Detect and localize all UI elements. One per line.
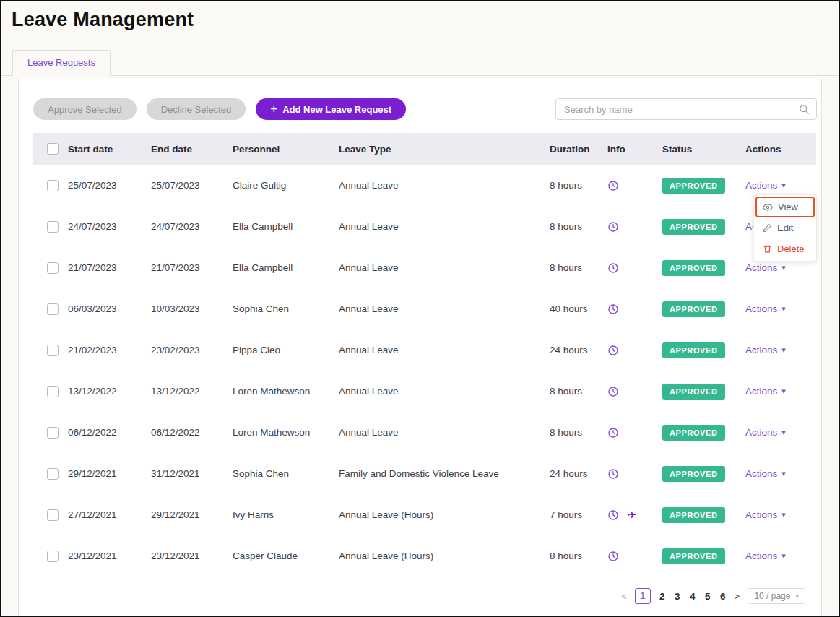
status-badge: APPROVED <box>662 384 725 400</box>
table-row: 27/12/2021 29/12/2021 Ivy Harris Annual … <box>33 494 816 535</box>
row-checkbox[interactable] <box>47 386 59 397</box>
clock-icon[interactable] <box>607 262 619 274</box>
table-row: 06/03/2023 10/03/2023 Sophia Chen Annual… <box>33 288 816 329</box>
cell-end-date: 31/12/2021 <box>151 453 233 494</box>
dropdown-item-edit[interactable]: Edit <box>755 217 815 238</box>
page: { "header": { "title": "Leave Management… <box>0 0 840 617</box>
add-leave-request-label: Add New Leave Request <box>282 104 391 115</box>
actions-link[interactable]: Actions ▾ <box>745 345 786 355</box>
toolbar: Approve Selected Decline Selected + Add … <box>19 79 821 131</box>
clock-icon[interactable] <box>607 509 619 521</box>
page-number-5[interactable]: 5 <box>704 591 711 602</box>
cell-end-date: 25/07/2023 <box>151 165 233 206</box>
clock-icon[interactable] <box>607 427 619 439</box>
row-checkbox[interactable] <box>47 509 59 521</box>
chevron-down-icon: ▾ <box>781 345 786 355</box>
col-start-date: Start date <box>68 133 151 165</box>
cell-leave-type: Annual Leave (Hours) <box>339 494 550 535</box>
cell-end-date: 06/12/2022 <box>151 412 233 453</box>
prev-page-button[interactable]: < <box>621 591 627 602</box>
actions-link[interactable]: Actions ▾ <box>745 509 786 520</box>
cell-personnel: Ella Campbell <box>233 247 339 288</box>
actions-dropdown: View Edit Delete <box>753 194 817 262</box>
search-box <box>555 98 817 120</box>
table-row: 06/12/2022 06/12/2022 Loren Mathewson An… <box>33 412 816 453</box>
add-leave-request-button[interactable]: + Add New Leave Request <box>256 98 406 120</box>
col-info: Info <box>607 133 662 165</box>
page-number-1[interactable]: 1 <box>635 588 651 604</box>
cell-leave-type: Annual Leave <box>339 247 550 288</box>
col-checkbox <box>33 133 68 165</box>
page-size-select[interactable]: 10 / page ▾ <box>748 588 805 604</box>
chevron-down-icon: ▾ <box>781 181 786 190</box>
page-number-2[interactable]: 2 <box>659 591 666 602</box>
page-number-6[interactable]: 6 <box>719 591 727 602</box>
next-page-button[interactable]: > <box>735 591 740 602</box>
cell-personnel: Casper Claude <box>233 535 339 577</box>
row-checkbox[interactable] <box>47 303 59 315</box>
actions-link-label: Actions <box>745 468 777 479</box>
actions-link[interactable]: Actions ▾ <box>745 468 786 479</box>
clock-icon[interactable] <box>607 303 619 315</box>
actions-link[interactable]: Actions ▾ <box>745 386 786 397</box>
chevron-down-icon: ▾ <box>781 510 786 519</box>
row-checkbox[interactable] <box>47 180 59 191</box>
cell-personnel: Loren Mathewson <box>233 371 339 412</box>
row-checkbox[interactable] <box>47 262 59 274</box>
page-numbers: 123456 <box>635 588 727 604</box>
cell-leave-type: Annual Leave <box>339 412 550 453</box>
cell-leave-type: Annual Leave <box>339 371 550 412</box>
page-size-value: 10 / page <box>754 591 790 601</box>
plane-icon[interactable]: ✈ <box>628 509 637 521</box>
col-actions: Actions <box>745 133 816 165</box>
decline-selected-button[interactable]: Decline Selected <box>147 98 246 120</box>
page-number-4[interactable]: 4 <box>689 591 696 602</box>
cell-leave-type: Annual Leave (Hours) <box>339 535 550 577</box>
cell-duration: 8 hours <box>550 371 607 412</box>
cell-start-date: 29/12/2021 <box>68 453 151 494</box>
clock-icon[interactable] <box>607 221 619 233</box>
clock-icon[interactable] <box>607 551 619 562</box>
actions-link[interactable]: Actions ▾ <box>745 262 786 273</box>
tab-bar: Leave Requests <box>1 50 839 76</box>
cell-personnel: Sophia Chen <box>233 453 339 494</box>
actions-link[interactable]: Actions ▾ <box>745 303 786 314</box>
dropdown-item-view[interactable]: View <box>755 197 815 217</box>
actions-link-label: Actions <box>745 551 777 561</box>
cell-leave-type: Annual Leave <box>339 329 550 371</box>
leave-table: Start date End date Personnel Leave Type… <box>33 133 816 577</box>
col-status: Status <box>662 133 745 165</box>
clock-icon[interactable] <box>607 345 619 356</box>
row-checkbox[interactable] <box>47 427 59 439</box>
table-row: 13/12/2022 13/12/2022 Loren Mathewson An… <box>33 371 816 412</box>
cell-start-date: 25/07/2023 <box>68 165 151 206</box>
select-all-checkbox[interactable] <box>47 143 59 155</box>
actions-link[interactable]: Actions ▾ <box>745 427 786 438</box>
chevron-down-icon: ▾ <box>781 551 786 561</box>
cell-duration: 40 hours <box>550 288 607 329</box>
dropdown-delete-label: Delete <box>777 243 805 254</box>
approve-selected-button[interactable]: Approve Selected <box>33 98 137 120</box>
actions-link[interactable]: Actions ▾ <box>745 551 786 561</box>
status-badge: APPROVED <box>662 301 725 317</box>
cell-start-date: 13/12/2022 <box>68 371 151 412</box>
search-icon[interactable] <box>799 104 810 115</box>
clock-icon[interactable] <box>607 468 619 480</box>
cell-end-date: 21/07/2023 <box>151 247 233 288</box>
tab-leave-requests[interactable]: Leave Requests <box>12 50 111 76</box>
search-input[interactable] <box>564 104 799 115</box>
row-checkbox[interactable] <box>47 221 59 233</box>
row-checkbox[interactable] <box>47 345 59 356</box>
table-row: 24/07/2023 24/07/2023 Ella Campbell Annu… <box>33 206 816 247</box>
dropdown-item-delete[interactable]: Delete <box>755 238 815 259</box>
row-checkbox[interactable] <box>47 468 59 480</box>
chevron-down-icon: ▾ <box>781 428 786 437</box>
page-number-3[interactable]: 3 <box>674 591 681 602</box>
actions-link[interactable]: Actions ▾ <box>745 180 786 191</box>
row-checkbox[interactable] <box>47 551 59 562</box>
cell-end-date: 23/02/2023 <box>151 329 233 371</box>
clock-icon[interactable] <box>607 386 619 397</box>
clock-icon[interactable] <box>607 180 619 191</box>
cell-personnel: Ivy Harris <box>233 494 339 535</box>
cell-personnel: Ella Campbell <box>233 206 339 247</box>
